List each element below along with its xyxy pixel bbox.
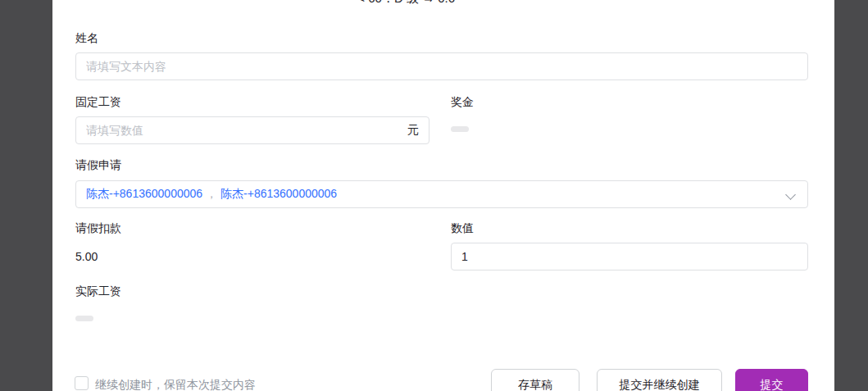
bonus-empty-placeholder — [451, 126, 469, 132]
leave-deduction-field-label: 请假扣款 — [75, 221, 121, 234]
actual-salary-empty-placeholder — [75, 316, 93, 321]
leave-request-link-2[interactable]: 陈杰-+8613600000006 — [220, 187, 337, 200]
fixed-salary-input-wrapper: 元 — [75, 116, 429, 144]
submit-and-continue-button[interactable]: 提交并继续创建 — [597, 369, 722, 391]
name-input[interactable] — [75, 52, 808, 80]
keep-content-checkbox-label: 继续创建时，保留本次提交内容 — [95, 378, 256, 391]
rule-text: < 60：D 级 → 0.6 — [357, 0, 455, 5]
leave-deduction-value: 5.00 — [75, 250, 98, 263]
screen: •< 60：D 级 → 0.6 姓名 固定工资 元 奖金 请假申请 陈杰-+86… — [0, 0, 868, 391]
save-draft-button-label: 存草稿 — [518, 378, 552, 391]
leave-request-link-1[interactable]: 陈杰-+8613600000006 — [86, 187, 202, 200]
actual-salary-field-label: 实际工资 — [75, 284, 121, 298]
bonus-field-label: 奖金 — [451, 95, 474, 108]
fixed-salary-field-label: 固定工资 — [75, 95, 121, 108]
leave-request-select[interactable]: 陈杰-+8613600000006，陈杰-+8613600000006 — [75, 180, 808, 208]
keep-content-checkbox[interactable] — [75, 376, 89, 390]
fixed-salary-unit-suffix: 元 — [407, 123, 429, 138]
chevron-down-icon — [785, 189, 796, 200]
bullet-icon: • — [342, 0, 346, 5]
rule-bullet-line: •< 60：D 级 → 0.6 — [342, 0, 455, 7]
save-draft-button[interactable]: 存草稿 — [491, 369, 579, 391]
number-field-label: 数值 — [451, 221, 474, 234]
submit-button[interactable]: 提交 — [735, 369, 808, 391]
leave-request-separator: ， — [202, 187, 220, 200]
leave-request-field-label: 请假申请 — [75, 158, 121, 171]
form-panel: •< 60：D 级 → 0.6 姓名 固定工资 元 奖金 请假申请 陈杰-+86… — [52, 0, 834, 391]
submit-button-label: 提交 — [761, 378, 784, 391]
fixed-salary-input[interactable] — [76, 124, 407, 137]
leave-request-selected-value: 陈杰-+8613600000006，陈杰-+8613600000006 — [86, 187, 337, 202]
number-input[interactable] — [451, 243, 808, 271]
name-field-label: 姓名 — [75, 31, 98, 44]
submit-and-continue-button-label: 提交并继续创建 — [620, 378, 700, 391]
